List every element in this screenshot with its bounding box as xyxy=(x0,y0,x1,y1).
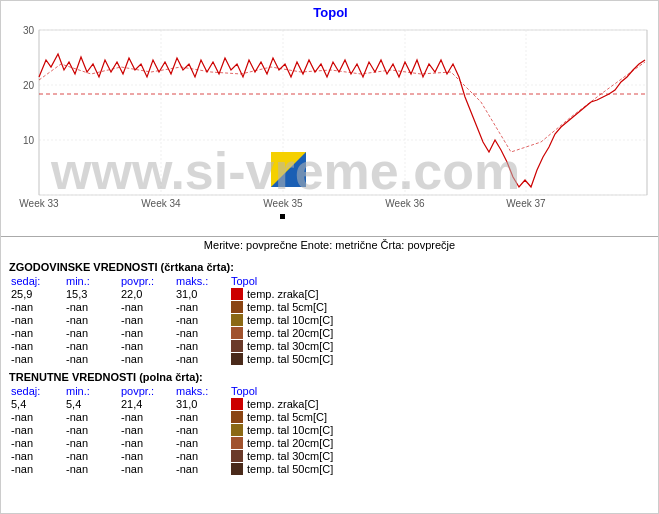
legend-color xyxy=(231,450,243,462)
cell-min: -nan xyxy=(66,353,121,365)
cell-maks: -nan xyxy=(176,450,231,462)
legend-color xyxy=(231,353,243,365)
cell-maks: -nan xyxy=(176,340,231,352)
legend-label: temp. zraka[C] xyxy=(247,398,319,410)
col-sedaj-z: sedaj: xyxy=(11,275,66,287)
chart-area: Topol 30 20 10 Week 33 Week 34 Week 35 W… xyxy=(1,1,659,236)
svg-rect-28 xyxy=(280,214,285,219)
col-maks-t: maks.: xyxy=(176,385,231,397)
cell-min: -nan xyxy=(66,450,121,462)
legend-color xyxy=(231,463,243,475)
table-row: -nan -nan -nan -nan temp. tal 20cm[C] xyxy=(9,437,650,449)
table-row: -nan -nan -nan -nan temp. tal 5cm[C] xyxy=(9,411,650,423)
col-povpr-t: povpr.: xyxy=(121,385,176,397)
cell-sedaj: -nan xyxy=(11,424,66,436)
cell-maks: -nan xyxy=(176,314,231,326)
cell-min: -nan xyxy=(66,411,121,423)
chart-title: Topol xyxy=(1,1,659,20)
cell-maks: -nan xyxy=(176,327,231,339)
zgodovinske-rows: 25,9 15,3 22,0 31,0 temp. zraka[C] -nan … xyxy=(9,288,650,365)
cell-legend: temp. tal 10cm[C] xyxy=(231,424,650,436)
cell-povpr: -nan xyxy=(121,353,176,365)
cell-sedaj: -nan xyxy=(11,450,66,462)
legend-color xyxy=(231,288,243,300)
cell-legend: temp. tal 5cm[C] xyxy=(231,411,650,423)
col-topol-t: Topol xyxy=(231,385,650,397)
cell-min: -nan xyxy=(66,301,121,313)
data-tables: ZGODOVINSKE VREDNOSTI (črtkana črta): se… xyxy=(1,253,658,480)
svg-text:Week 35: Week 35 xyxy=(263,198,303,209)
legend-color xyxy=(231,314,243,326)
legend-label: temp. tal 30cm[C] xyxy=(247,340,333,352)
cell-legend: temp. tal 50cm[C] xyxy=(231,353,650,365)
col-sedaj-t: sedaj: xyxy=(11,385,66,397)
cell-povpr: -nan xyxy=(121,314,176,326)
svg-text:Week 36: Week 36 xyxy=(385,198,425,209)
cell-povpr: -nan xyxy=(121,327,176,339)
cell-sedaj: -nan xyxy=(11,327,66,339)
legend-label: temp. tal 5cm[C] xyxy=(247,411,327,423)
cell-legend: temp. tal 50cm[C] xyxy=(231,463,650,475)
cell-legend: temp. tal 10cm[C] xyxy=(231,314,650,326)
zgodovinske-title: ZGODOVINSKE VREDNOSTI (črtkana črta): xyxy=(9,261,650,273)
cell-min: -nan xyxy=(66,463,121,475)
cell-sedaj: -nan xyxy=(11,463,66,475)
cell-maks: -nan xyxy=(176,463,231,475)
table-row: -nan -nan -nan -nan temp. tal 30cm[C] xyxy=(9,450,650,462)
table-row: -nan -nan -nan -nan temp. tal 5cm[C] xyxy=(9,301,650,313)
table-row: -nan -nan -nan -nan temp. tal 50cm[C] xyxy=(9,463,650,475)
svg-text:Week 37: Week 37 xyxy=(506,198,546,209)
cell-sedaj: -nan xyxy=(11,314,66,326)
legend-label: temp. tal 10cm[C] xyxy=(247,424,333,436)
legend-label: temp. tal 50cm[C] xyxy=(247,463,333,475)
trenutne-header: sedaj: min.: povpr.: maks.: Topol xyxy=(9,385,650,397)
legend-label: temp. tal 50cm[C] xyxy=(247,353,333,365)
cell-povpr: -nan xyxy=(121,340,176,352)
svg-text:20: 20 xyxy=(23,80,35,91)
legend-color xyxy=(231,301,243,313)
cell-maks: -nan xyxy=(176,301,231,313)
table-row: -nan -nan -nan -nan temp. tal 10cm[C] xyxy=(9,424,650,436)
cell-min: -nan xyxy=(66,437,121,449)
cell-povpr: -nan xyxy=(121,411,176,423)
legend-label: temp. tal 20cm[C] xyxy=(247,327,333,339)
cell-povpr: 21,4 xyxy=(121,398,176,410)
cell-legend: temp. tal 20cm[C] xyxy=(231,437,650,449)
cell-povpr: -nan xyxy=(121,463,176,475)
meritve-text: Meritve: povprečne Enote: metrične Črta:… xyxy=(204,239,455,251)
cell-maks: -nan xyxy=(176,353,231,365)
trenutne-rows: 5,4 5,4 21,4 31,0 temp. zraka[C] -nan -n… xyxy=(9,398,650,475)
svg-text:Week 34: Week 34 xyxy=(141,198,181,209)
cell-maks: 31,0 xyxy=(176,288,231,300)
legend-color xyxy=(231,411,243,423)
cell-min: -nan xyxy=(66,314,121,326)
legend-label: temp. zraka[C] xyxy=(247,288,319,300)
cell-legend: temp. tal 30cm[C] xyxy=(231,450,650,462)
legend-color xyxy=(231,340,243,352)
col-topol-z: Topol xyxy=(231,275,650,287)
cell-legend: temp. tal 5cm[C] xyxy=(231,301,650,313)
trenutne-title: TRENUTNE VREDNOSTI (polna črta): xyxy=(9,371,650,383)
meritve-line: Meritve: povprečne Enote: metrične Črta:… xyxy=(1,236,658,253)
cell-povpr: 22,0 xyxy=(121,288,176,300)
cell-sedaj: 25,9 xyxy=(11,288,66,300)
table-row: -nan -nan -nan -nan temp. tal 20cm[C] xyxy=(9,327,650,339)
cell-sedaj: -nan xyxy=(11,340,66,352)
cell-povpr: -nan xyxy=(121,450,176,462)
legend-label: temp. tal 5cm[C] xyxy=(247,301,327,313)
legend-color xyxy=(231,437,243,449)
table-row: -nan -nan -nan -nan temp. tal 10cm[C] xyxy=(9,314,650,326)
cell-povpr: -nan xyxy=(121,301,176,313)
col-povpr-z: povpr.: xyxy=(121,275,176,287)
svg-text:30: 30 xyxy=(23,25,35,36)
cell-maks: 31,0 xyxy=(176,398,231,410)
legend-color xyxy=(231,424,243,436)
table-row: -nan -nan -nan -nan temp. tal 50cm[C] xyxy=(9,353,650,365)
legend-label: temp. tal 10cm[C] xyxy=(247,314,333,326)
legend-label: temp. tal 30cm[C] xyxy=(247,450,333,462)
cell-legend: temp. zraka[C] xyxy=(231,398,650,410)
svg-text:10: 10 xyxy=(23,135,35,146)
cell-sedaj: -nan xyxy=(11,353,66,365)
cell-sedaj: -nan xyxy=(11,437,66,449)
cell-legend: temp. zraka[C] xyxy=(231,288,650,300)
